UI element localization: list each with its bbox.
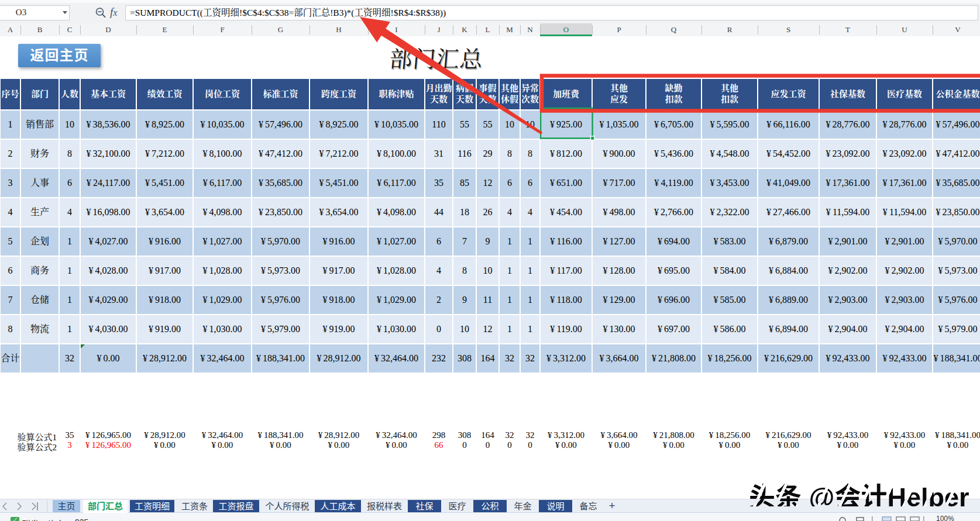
svg-text:100%: 100%: [936, 515, 954, 521]
